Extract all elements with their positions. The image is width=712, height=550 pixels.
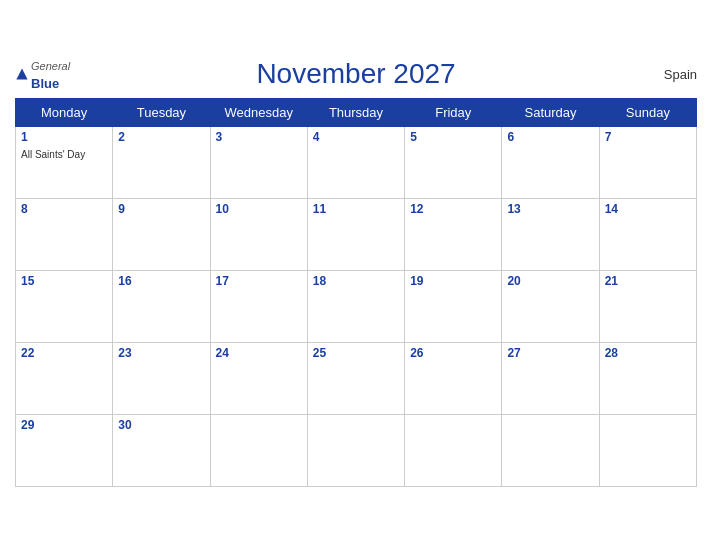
day-number: 6 bbox=[507, 130, 593, 144]
logo-text-blue: Blue bbox=[31, 76, 59, 91]
day-number: 28 bbox=[605, 346, 691, 360]
calendar-cell: 19 bbox=[405, 271, 502, 343]
calendar-cell: 14 bbox=[599, 199, 696, 271]
day-number: 8 bbox=[21, 202, 107, 216]
calendar-cell: 23 bbox=[113, 343, 210, 415]
logo: General Blue bbox=[15, 56, 70, 92]
day-number: 19 bbox=[410, 274, 496, 288]
calendar-cell: 2 bbox=[113, 127, 210, 199]
country-label: Spain bbox=[664, 67, 697, 82]
logo-text-general: General bbox=[31, 60, 70, 72]
calendar-cell: 27 bbox=[502, 343, 599, 415]
header-thursday: Thursday bbox=[307, 99, 404, 127]
calendar-cell: 6 bbox=[502, 127, 599, 199]
day-number: 5 bbox=[410, 130, 496, 144]
calendar-cell: 22 bbox=[16, 343, 113, 415]
day-number: 15 bbox=[21, 274, 107, 288]
day-number: 2 bbox=[118, 130, 204, 144]
day-number: 18 bbox=[313, 274, 399, 288]
day-number: 27 bbox=[507, 346, 593, 360]
day-number: 13 bbox=[507, 202, 593, 216]
day-event: All Saints' Day bbox=[21, 149, 85, 160]
calendar-cell: 13 bbox=[502, 199, 599, 271]
day-number: 22 bbox=[21, 346, 107, 360]
calendar-cell: 9 bbox=[113, 199, 210, 271]
day-number: 26 bbox=[410, 346, 496, 360]
calendar-cell bbox=[210, 415, 307, 487]
calendar-header: General Blue November 2027 Spain bbox=[15, 58, 697, 90]
day-number: 21 bbox=[605, 274, 691, 288]
calendar-cell: 7 bbox=[599, 127, 696, 199]
calendar-cell: 10 bbox=[210, 199, 307, 271]
day-number: 11 bbox=[313, 202, 399, 216]
day-number: 25 bbox=[313, 346, 399, 360]
week-row-1: 1All Saints' Day234567 bbox=[16, 127, 697, 199]
day-number: 12 bbox=[410, 202, 496, 216]
calendar-cell: 17 bbox=[210, 271, 307, 343]
calendar-cell: 16 bbox=[113, 271, 210, 343]
calendar-cell: 4 bbox=[307, 127, 404, 199]
header-wednesday: Wednesday bbox=[210, 99, 307, 127]
calendar-cell: 5 bbox=[405, 127, 502, 199]
day-number: 16 bbox=[118, 274, 204, 288]
calendar-cell: 1All Saints' Day bbox=[16, 127, 113, 199]
calendar-cell: 11 bbox=[307, 199, 404, 271]
calendar-cell bbox=[405, 415, 502, 487]
calendar-title: November 2027 bbox=[256, 58, 455, 90]
day-number: 14 bbox=[605, 202, 691, 216]
day-number: 30 bbox=[118, 418, 204, 432]
calendar-cell bbox=[307, 415, 404, 487]
calendar-cell: 25 bbox=[307, 343, 404, 415]
calendar-cell: 28 bbox=[599, 343, 696, 415]
days-header-row: MondayTuesdayWednesdayThursdayFridaySatu… bbox=[16, 99, 697, 127]
day-number: 3 bbox=[216, 130, 302, 144]
header-friday: Friday bbox=[405, 99, 502, 127]
calendar-cell bbox=[502, 415, 599, 487]
calendar-cell: 21 bbox=[599, 271, 696, 343]
svg-marker-0 bbox=[16, 68, 27, 79]
calendar-cell: 18 bbox=[307, 271, 404, 343]
calendar-cell: 29 bbox=[16, 415, 113, 487]
calendar-table: MondayTuesdayWednesdayThursdayFridaySatu… bbox=[15, 98, 697, 487]
header-monday: Monday bbox=[16, 99, 113, 127]
week-row-2: 891011121314 bbox=[16, 199, 697, 271]
day-number: 29 bbox=[21, 418, 107, 432]
calendar-cell: 24 bbox=[210, 343, 307, 415]
week-row-3: 15161718192021 bbox=[16, 271, 697, 343]
calendar-cell: 26 bbox=[405, 343, 502, 415]
calendar-cell: 8 bbox=[16, 199, 113, 271]
calendar-cell: 15 bbox=[16, 271, 113, 343]
header-saturday: Saturday bbox=[502, 99, 599, 127]
calendar-cell: 20 bbox=[502, 271, 599, 343]
logo-icon bbox=[15, 67, 29, 81]
calendar-cell bbox=[599, 415, 696, 487]
day-number: 9 bbox=[118, 202, 204, 216]
week-row-5: 2930 bbox=[16, 415, 697, 487]
calendar-cell: 12 bbox=[405, 199, 502, 271]
day-number: 23 bbox=[118, 346, 204, 360]
calendar-cell: 30 bbox=[113, 415, 210, 487]
day-number: 4 bbox=[313, 130, 399, 144]
header-sunday: Sunday bbox=[599, 99, 696, 127]
day-number: 17 bbox=[216, 274, 302, 288]
calendar-container: General Blue November 2027 Spain MondayT… bbox=[0, 48, 712, 502]
day-number: 24 bbox=[216, 346, 302, 360]
week-row-4: 22232425262728 bbox=[16, 343, 697, 415]
calendar-cell: 3 bbox=[210, 127, 307, 199]
day-number: 7 bbox=[605, 130, 691, 144]
day-number: 20 bbox=[507, 274, 593, 288]
day-number: 10 bbox=[216, 202, 302, 216]
logo-area: General Blue bbox=[15, 56, 70, 92]
day-number: 1 bbox=[21, 130, 107, 144]
header-tuesday: Tuesday bbox=[113, 99, 210, 127]
